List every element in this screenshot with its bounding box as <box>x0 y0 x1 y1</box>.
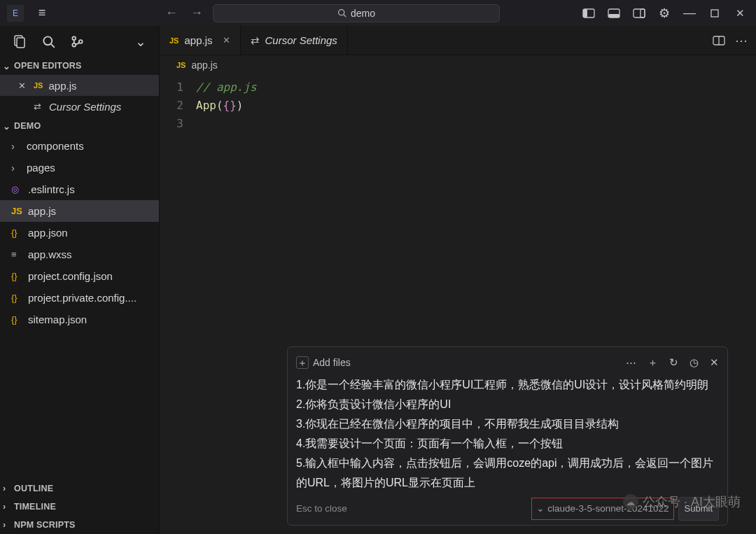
file-name: .eslintrc.js <box>28 183 75 195</box>
window-minimize-button[interactable]: — <box>678 3 701 23</box>
file-name: sitemap.json <box>28 314 87 325</box>
svg-rect-5 <box>608 14 620 17</box>
section-label: TIMELINE <box>14 502 56 512</box>
chat-panel: ＋ Add files ⋯ ＋ ↻ ◷ ✕ 1.你是一个经验丰富的微信小程序UI… <box>287 346 728 526</box>
search-icon[interactable] <box>42 35 55 48</box>
app-icon: E <box>7 5 24 22</box>
hamburger-menu-icon[interactable]: ≡ <box>31 6 53 20</box>
chevron-right-icon: › <box>3 484 14 493</box>
chevron-right-icon: › <box>11 140 21 152</box>
add-files-button[interactable]: ＋ <box>296 356 309 369</box>
svg-line-1 <box>344 15 346 17</box>
split-editor-icon[interactable] <box>713 36 725 45</box>
model-name: claude-3-5-sonnet-20241022 <box>547 499 668 519</box>
svg-rect-8 <box>711 10 718 17</box>
nav-back-icon[interactable]: ← <box>165 6 178 20</box>
file-name: app.json <box>28 227 68 239</box>
history-icon[interactable]: ◷ <box>690 353 699 372</box>
timeline-header[interactable]: › TIMELINE <box>0 498 159 516</box>
open-editor-item[interactable]: ✕ JS app.js <box>0 75 159 96</box>
npm-scripts-header[interactable]: › NPM SCRIPTS <box>0 516 159 534</box>
project-header[interactable]: ⌄ DEMO <box>0 117 159 135</box>
open-editor-item[interactable]: ⇄ Cursor Settings <box>0 96 159 117</box>
panel-left-icon[interactable] <box>577 3 601 23</box>
nav-forward-icon[interactable]: → <box>190 6 203 20</box>
panel-right-icon[interactable] <box>627 3 651 23</box>
refresh-icon[interactable]: ↻ <box>669 353 678 372</box>
tab-app-js[interactable]: JS app.js ✕ <box>160 26 241 55</box>
file-item[interactable]: {} project.private.config.... <box>0 287 159 309</box>
file-name: project.config.json <box>28 270 113 282</box>
js-file-icon: JS <box>169 36 178 45</box>
open-editors-header[interactable]: ⌄ OPEN EDITORS <box>0 57 159 75</box>
chevron-down-icon: ⌄ <box>536 499 545 519</box>
folder-item[interactable]: › pages <box>0 157 159 178</box>
file-item[interactable]: {} sitemap.json <box>0 309 159 330</box>
json-file-icon: {} <box>11 271 22 281</box>
more-icon[interactable]: ⋯ <box>735 33 748 48</box>
chevron-down-icon: ⌄ <box>3 121 14 132</box>
json-file-icon: {} <box>11 314 22 325</box>
window-maximize-button[interactable] <box>703 3 727 23</box>
tab-label: Cursor Settings <box>265 34 337 46</box>
eslint-file-icon: ◎ <box>11 184 22 195</box>
add-files-label: Add files <box>313 353 351 372</box>
settings-gear-icon[interactable]: ⚙ <box>652 3 676 23</box>
svg-rect-10 <box>17 38 24 48</box>
svg-point-0 <box>339 10 344 15</box>
folder-item[interactable]: › components <box>0 135 159 157</box>
file-item[interactable]: ≡ app.wxss <box>0 244 159 265</box>
submit-button[interactable]: Submit <box>678 497 719 521</box>
sliders-icon: ⇄ <box>34 101 43 112</box>
explorer-icon[interactable] <box>13 34 27 48</box>
source-control-icon[interactable] <box>71 35 84 48</box>
panel-bottom-icon[interactable] <box>602 3 626 23</box>
code-editor[interactable]: 1 // app.js 2 App({}) 3 <box>160 75 756 132</box>
model-selector[interactable]: ⌄ claude-3-5-sonnet-20241022 <box>531 498 673 520</box>
outline-header[interactable]: › OUTLINE <box>0 479 159 498</box>
svg-point-11 <box>43 36 52 45</box>
breadcrumb[interactable]: JS app.js <box>160 55 756 75</box>
line-number: 2 <box>160 99 196 112</box>
file-name: Cursor Settings <box>49 101 121 113</box>
file-name: project.private.config.... <box>28 292 136 304</box>
sliders-icon: ⇄ <box>251 34 260 47</box>
json-file-icon: {} <box>11 293 22 303</box>
code-comment: // app.js <box>196 80 257 94</box>
close-icon[interactable]: ✕ <box>18 80 28 91</box>
new-chat-icon[interactable]: ＋ <box>648 353 658 372</box>
tab-label: app.js <box>184 34 212 46</box>
chevron-down-icon[interactable]: ⌄ <box>135 34 146 50</box>
file-item[interactable]: JS app.js <box>0 200 159 222</box>
command-search-input[interactable]: demo <box>213 4 500 22</box>
file-name: app.js <box>28 205 56 217</box>
project-label: DEMO <box>14 121 41 131</box>
breadcrumb-file: app.js <box>191 59 217 71</box>
esc-hint: Esc to close <box>296 499 347 519</box>
editor-tabs: JS app.js ✕ ⇄ Cursor Settings ⋯ <box>160 26 756 55</box>
code-fn: App <box>196 99 216 112</box>
window-close-button[interactable]: ✕ <box>728 3 752 23</box>
svg-rect-6 <box>634 9 645 17</box>
close-icon[interactable]: ✕ <box>710 353 719 372</box>
search-icon <box>337 8 346 17</box>
editor-area: JS app.js ✕ ⇄ Cursor Settings ⋯ JS app.j… <box>160 26 756 534</box>
line-number: 3 <box>160 117 196 130</box>
search-text: demo <box>351 8 375 19</box>
file-name: pages <box>27 162 55 174</box>
svg-point-13 <box>72 36 76 40</box>
file-item[interactable]: ◎ .eslintrc.js <box>0 178 159 200</box>
chevron-right-icon: › <box>3 502 14 512</box>
file-name: components <box>27 140 84 152</box>
file-item[interactable]: {} app.json <box>0 222 159 244</box>
file-name: app.wxss <box>28 248 72 260</box>
chevron-down-icon: ⌄ <box>3 61 14 71</box>
chat-textarea[interactable]: 1.你是一个经验丰富的微信小程序UI工程师，熟悉微信的UI设计，设计风格简约明朗… <box>296 375 719 493</box>
chevron-right-icon: › <box>3 520 14 530</box>
file-item[interactable]: {} project.config.json <box>0 265 159 287</box>
sidebar: ⌄ ⌄ OPEN EDITORS ✕ JS app.js ⇄ Cursor Se… <box>0 26 160 534</box>
more-icon[interactable]: ⋯ <box>626 353 636 372</box>
close-icon[interactable]: ✕ <box>223 35 230 45</box>
tab-cursor-settings[interactable]: ⇄ Cursor Settings <box>241 26 348 55</box>
title-bar: E ≡ ← → demo ⚙ — ✕ <box>0 0 756 26</box>
